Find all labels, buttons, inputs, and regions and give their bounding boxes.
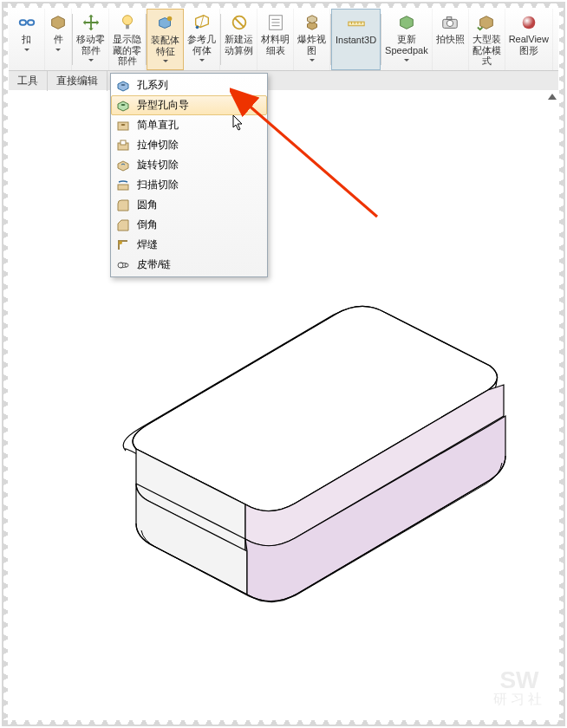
menu-label: 扫描切除	[137, 178, 179, 192]
ribbon-label: 更新 Speedpak	[385, 34, 428, 55]
svg-point-18	[446, 20, 453, 26]
bulb-icon	[118, 13, 137, 32]
svg-point-24	[121, 124, 126, 126]
chevron-down-icon	[24, 49, 29, 51]
assembly-feat-icon	[156, 14, 175, 33]
revolve-cut-icon	[116, 159, 130, 172]
chevron-down-icon	[404, 59, 409, 62]
svg-rect-19	[446, 17, 452, 20]
svg-rect-27	[118, 185, 128, 190]
hole-series-icon	[116, 79, 130, 93]
ribbon-btn-motion[interactable]: 新建运 动算例	[221, 9, 257, 70]
ribbon-label: 材料明 细表	[261, 34, 290, 55]
svg-rect-3	[126, 25, 129, 29]
ribbon-btn-ref-geom[interactable]: 参考几 何体	[184, 9, 220, 70]
menu-item-belt[interactable]: 皮带/链	[111, 255, 267, 275]
ref-geom-icon	[192, 13, 212, 32]
menu-item-weld[interactable]: 焊缝	[111, 235, 267, 255]
svg-point-22	[121, 104, 126, 106]
menu-item-hole-series[interactable]: 孔系列	[111, 75, 267, 95]
weld-icon	[116, 238, 130, 252]
scroll-up-icon[interactable]	[548, 94, 557, 100]
svg-rect-12	[348, 22, 363, 26]
ribbon-label: Instant3D	[336, 35, 376, 46]
ribbon-btn-move-part[interactable]: 移动零 部件	[73, 9, 109, 70]
menu-label: 旋转切除	[137, 158, 179, 172]
chevron-down-icon	[199, 59, 205, 62]
sweep-cut-icon	[116, 179, 130, 192]
cursor-icon	[232, 114, 244, 132]
menu-item-fillet[interactable]: 圆角	[111, 195, 267, 215]
ribbon-label: 参考几 何体	[187, 34, 216, 55]
ribbon-label: 装配体 特征	[151, 35, 179, 56]
svg-point-29	[118, 263, 123, 268]
chevron-down-icon	[88, 59, 94, 62]
ribbon-label: RealView 图形	[509, 34, 549, 55]
ribbon-btn-bom[interactable]: 材料明 细表	[257, 9, 294, 70]
speedpak-icon	[397, 13, 416, 32]
ribbon-label: 移动零 部件	[76, 34, 105, 55]
ribbon-btn-instant3d[interactable]: Instant3D	[331, 9, 381, 70]
ribbon-btn-exploded[interactable]: 爆炸视 图	[294, 9, 330, 70]
watermark-line1: SW	[493, 668, 545, 692]
ribbon-btn-asm-feature[interactable]: 装配体 特征	[147, 9, 184, 70]
menu-label: 皮带/链	[137, 257, 171, 272]
ribbon-label: 件	[54, 34, 63, 45]
ribbon-label: 爆炸视 图	[297, 34, 326, 55]
svg-point-2	[122, 16, 132, 25]
menu-label: 简单直孔	[137, 118, 179, 133]
belt-icon	[116, 258, 130, 272]
simple-hole-icon	[116, 119, 130, 133]
ribbon-label: 扣	[22, 34, 31, 45]
chevron-down-icon	[163, 60, 168, 62]
extrude-cut-icon	[116, 139, 130, 153]
chamfer-icon	[116, 218, 130, 232]
menu-item-chamfer[interactable]: 倒角	[111, 215, 267, 235]
ribbon-toolbar: 扣 件 移动零 部件 显示隐 藏的零 部件 装配体 特征 参考几 何体 新建运 …	[9, 9, 558, 71]
ribbon-btn-speedpak[interactable]: 更新 Speedpak	[381, 9, 433, 70]
menu-label: 孔系列	[137, 78, 168, 93]
ribbon-btn-jian[interactable]: 件	[45, 9, 72, 70]
ribbon-label: 新建运 动算例	[225, 34, 253, 55]
part-icon	[49, 13, 68, 32]
svg-point-30	[125, 263, 128, 267]
svg-point-21	[121, 84, 126, 86]
menu-label: 圆角	[137, 198, 158, 212]
svg-line-32	[121, 267, 127, 268]
menu-item-hole-wizard[interactable]: 异型孔向导	[111, 95, 267, 115]
asm-feature-menu: 孔系列 异型孔向导 简单直孔 拉伸切除 旋转切除 扫描切除 圆角 倒角 焊缝 皮…	[110, 73, 268, 277]
ribbon-btn-snapshot[interactable]: 拍快照	[433, 9, 469, 70]
svg-line-5	[200, 16, 204, 28]
chevron-down-icon	[55, 49, 61, 51]
ribbon-label: 拍快照	[436, 34, 465, 45]
menu-label: 异型孔向导	[137, 98, 189, 113]
tab-tools[interactable]: 工具	[9, 71, 48, 91]
menu-item-revolve-cut[interactable]: 旋转切除	[111, 155, 267, 175]
ribbon-btn-show-hide[interactable]: 显示隐 藏的零 部件	[109, 9, 146, 70]
model-viewport[interactable]	[74, 295, 507, 676]
svg-point-4	[166, 16, 172, 22]
watermark: SW 研习社	[493, 668, 545, 706]
ribbon-label: 显示隐 藏的零 部件	[113, 34, 141, 67]
ribbon-btn-realview[interactable]: RealView 图形	[505, 9, 553, 70]
svg-rect-0	[19, 20, 25, 25]
menu-label: 焊缝	[137, 237, 158, 252]
ribbon-btn-large-asm[interactable]: 大型装 配体模 式	[469, 9, 505, 70]
menu-item-extrude-cut[interactable]: 拉伸切除	[111, 135, 267, 155]
large-asm-icon	[477, 13, 496, 32]
svg-rect-1	[27, 20, 33, 25]
ruler-icon	[347, 14, 366, 33]
watermark-line2: 研习社	[493, 692, 545, 706]
ribbon-btn-kou[interactable]: 扣	[9, 9, 45, 70]
move-icon	[81, 13, 101, 32]
menu-label: 拉伸切除	[137, 138, 179, 153]
svg-point-28	[119, 241, 122, 244]
menu-item-sweep-cut[interactable]: 扫描切除	[111, 175, 267, 195]
hole-wizard-icon	[116, 99, 130, 113]
link-icon	[17, 13, 36, 32]
fillet-icon	[116, 198, 130, 212]
chevron-down-icon	[310, 59, 315, 62]
ribbon-label: 大型装 配体模 式	[472, 34, 501, 67]
tab-direct-edit[interactable]: 直接编辑	[48, 71, 108, 91]
exploded-icon	[303, 13, 322, 32]
